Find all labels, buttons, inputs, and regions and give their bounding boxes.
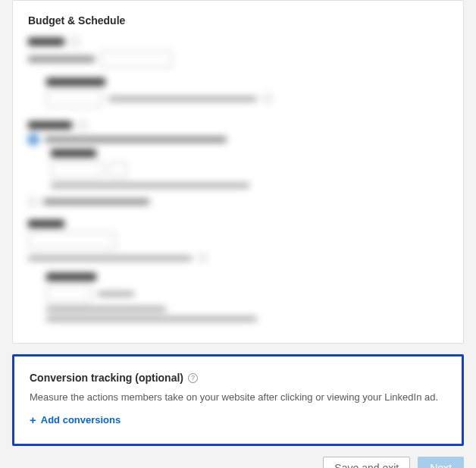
conversion-tracking-card: Conversion tracking (optional) ? Measure… xyxy=(12,354,464,446)
conversion-title-row: Conversion tracking (optional) ? xyxy=(30,372,446,384)
budget-schedule-title: Budget & Schedule xyxy=(28,14,448,27)
add-conversions-label: Add conversions xyxy=(41,414,121,426)
next-button[interactable]: Next xyxy=(418,457,464,468)
plus-icon: + xyxy=(30,414,36,426)
budget-schedule-card: Budget & Schedule xyxy=(12,0,464,344)
add-conversions-button[interactable]: + Add conversions xyxy=(30,414,121,426)
footer-actions: Save and exit Next xyxy=(12,446,464,468)
conversion-tracking-title: Conversion tracking (optional) xyxy=(30,372,183,384)
save-and-exit-button[interactable]: Save and exit xyxy=(323,457,410,468)
budget-schedule-blurred-content xyxy=(28,37,448,322)
conversion-tracking-description: Measure the actions members take on your… xyxy=(30,391,446,403)
help-icon[interactable]: ? xyxy=(188,373,198,383)
